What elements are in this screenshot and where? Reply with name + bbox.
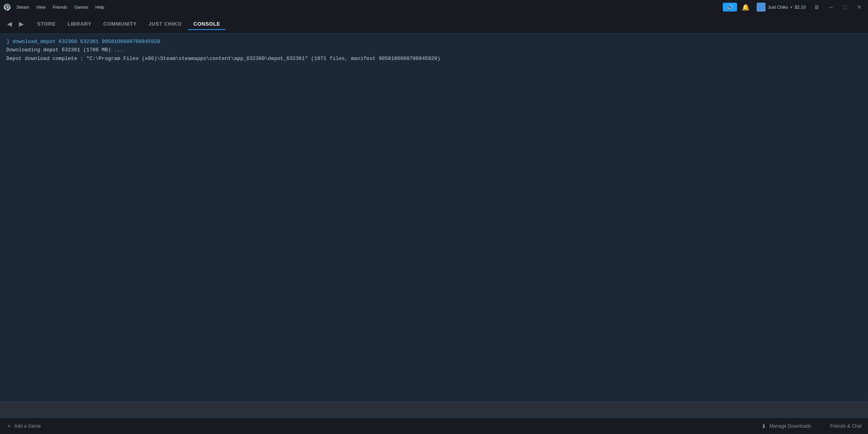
nav-links: STORE LIBRARY COMMUNITY JUST CHIKO CONSO… <box>32 18 226 30</box>
close-button[interactable]: ✕ <box>854 3 865 11</box>
console-input[interactable] <box>5 407 863 413</box>
maximize-button[interactable]: □ <box>840 3 851 11</box>
chevron-down-icon: ▾ <box>790 5 792 9</box>
console-line-complete: Depot download complete : "C:\Program Fi… <box>6 55 862 63</box>
manage-downloads-label: Manage Downloads <box>769 423 811 429</box>
statusbar: ＋ Add a Game ⬇ Manage Downloads Friends … <box>0 417 868 434</box>
user-name: Just Chiko <box>768 5 788 9</box>
back-button[interactable]: ◀ <box>5 19 14 29</box>
close-icon: ✕ <box>857 4 862 10</box>
input-bar <box>0 402 868 417</box>
titlebar-left: Steam View Friends Games Help <box>3 3 107 11</box>
notification-button[interactable]: 🔔 <box>740 3 751 12</box>
nav-library[interactable]: LIBRARY <box>62 18 97 30</box>
add-game-icon: ＋ <box>6 423 12 430</box>
forward-button[interactable]: ▶ <box>17 19 26 29</box>
minimize-icon: ─ <box>829 4 833 10</box>
menu-friends[interactable]: Friends <box>49 3 70 11</box>
nav-community[interactable]: COMMUNITY <box>98 18 142 30</box>
navbar: ◀ ▶ STORE LIBRARY COMMUNITY JUST CHIKO C… <box>0 14 868 34</box>
wallet-balance: $2.10 <box>795 5 806 9</box>
display-button[interactable]: 🖥 <box>811 3 822 11</box>
nav-console[interactable]: CONSOLE <box>188 18 226 30</box>
menu-help[interactable]: Help <box>92 3 108 11</box>
manage-downloads-area[interactable]: ⬇ Manage Downloads Friends & Chat <box>761 423 862 429</box>
add-game-label: Add a Game <box>14 423 41 429</box>
titlebar: Steam View Friends Games Help 🔊 🔔 Just C… <box>0 0 868 14</box>
forward-icon: ▶ <box>19 21 24 27</box>
minimize-button[interactable]: ─ <box>825 3 836 11</box>
menu-games[interactable]: Games <box>71 3 91 11</box>
menu-steam[interactable]: Steam <box>13 3 32 11</box>
back-icon: ◀ <box>7 21 12 27</box>
volume-icon: 🔊 <box>727 4 733 10</box>
display-icon: 🖥 <box>814 4 819 10</box>
notification-icon: 🔔 <box>742 4 750 11</box>
console-line-command: ] download_depot 632360 632361 905810660… <box>6 39 862 45</box>
user-area[interactable]: Just Chiko ▾ $2.10 <box>754 2 808 12</box>
downloads-icon: ⬇ <box>761 423 766 429</box>
add-game-area[interactable]: ＋ Add a Game <box>6 423 41 430</box>
console-line-downloading: Downloading depot 632361 (1786 MB) ... <box>6 46 862 54</box>
menu-view[interactable]: View <box>33 3 49 11</box>
friends-chat-label: Friends & Chat <box>830 423 862 429</box>
avatar <box>757 3 765 11</box>
titlebar-right: 🔊 🔔 Just Chiko ▾ $2.10 🖥 ─ □ ✕ <box>723 2 865 12</box>
steam-menu: Steam View Friends Games Help <box>3 3 107 11</box>
maximize-icon: □ <box>844 4 847 10</box>
volume-button[interactable]: 🔊 <box>723 3 737 11</box>
console-output: ] download_depot 632360 632361 905810660… <box>0 34 868 402</box>
nav-store[interactable]: STORE <box>32 18 61 30</box>
nav-just-chiko[interactable]: JUST CHIKO <box>143 18 187 30</box>
steam-logo-icon <box>3 3 11 11</box>
